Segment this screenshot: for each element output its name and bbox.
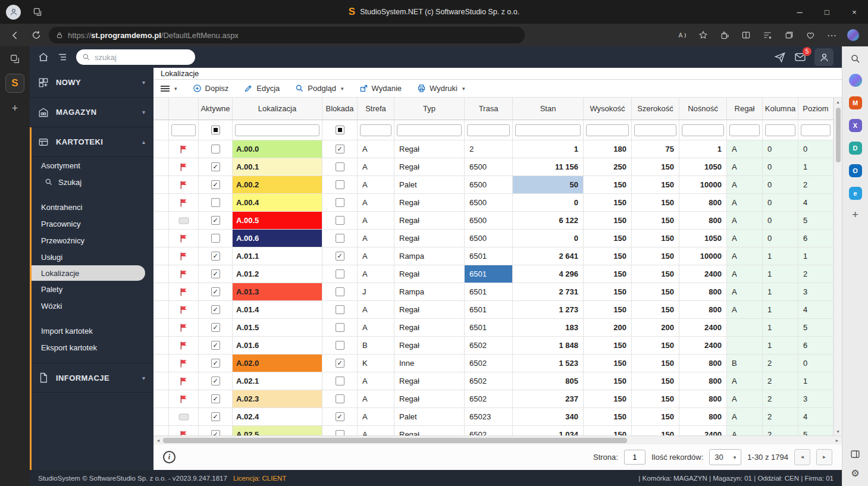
aktywne-checkbox[interactable]: ✓: [211, 287, 220, 296]
cell-regal[interactable]: A: [727, 212, 763, 230]
cell-regal[interactable]: A: [727, 283, 763, 301]
cell-lokalizacja[interactable]: A.02.1: [233, 372, 322, 390]
sidebar-item-przewoznicy[interactable]: Przewoźnicy: [32, 232, 153, 249]
cell-typ[interactable]: Regał: [394, 337, 465, 355]
filter-input-flag[interactable]: [171, 124, 196, 136]
cell-wysokosc[interactable]: 150: [584, 283, 632, 301]
cell-blokada[interactable]: [322, 283, 358, 301]
table-row[interactable]: ✓A.00.1ARegał650011 1562501501050A01: [153, 158, 833, 176]
column-header-flag[interactable]: [169, 98, 199, 120]
cell-typ[interactable]: Rampa: [394, 247, 465, 265]
flag-icon[interactable]: [179, 305, 188, 315]
blokada-checkbox[interactable]: [336, 323, 344, 332]
cell-kolumna[interactable]: 0: [763, 176, 798, 194]
active-tab-tile[interactable]: S: [5, 74, 24, 93]
cell-nosnosc[interactable]: 800: [679, 212, 727, 230]
cell-regal[interactable]: A: [727, 301, 763, 319]
add-app-icon[interactable]: +: [852, 209, 858, 220]
cell-typ[interactable]: Regał: [394, 319, 465, 337]
toolbar-button-edycja[interactable]: Edycja: [244, 84, 280, 93]
blokada-checkbox[interactable]: ✓: [336, 252, 344, 261]
cell-kolumna[interactable]: 0: [763, 194, 798, 212]
cell-aktywne[interactable]: ✓: [199, 301, 233, 319]
column-header-trasa[interactable]: Trasa: [465, 98, 513, 120]
cell-stan[interactable]: 11 156: [513, 158, 584, 176]
refresh-button[interactable]: [27, 26, 45, 44]
mail-icon[interactable]: 5: [794, 51, 806, 63]
flag-icon[interactable]: [179, 234, 188, 243]
cell-poziom[interactable]: 2: [798, 176, 833, 194]
settings-gear-icon[interactable]: ⚙: [851, 468, 859, 479]
cell-strefa[interactable]: A: [358, 230, 394, 247]
cell-aktywne[interactable]: ✓: [199, 426, 233, 435]
cell-aktywne[interactable]: ✓: [199, 212, 233, 230]
flag-icon[interactable]: [179, 162, 188, 172]
cell-typ[interactable]: Regał: [394, 194, 465, 212]
cell-aktywne[interactable]: [199, 194, 233, 212]
edge-app-icon[interactable]: e: [849, 187, 862, 200]
filter-input-wysokosc[interactable]: [586, 124, 629, 136]
cell-lokalizacja[interactable]: A.01.4: [233, 301, 322, 319]
cell-blokada[interactable]: ✓: [322, 140, 358, 158]
filter-input-kolumna[interactable]: [765, 124, 795, 136]
blokada-checkbox[interactable]: [336, 198, 344, 207]
cell-wysokosc[interactable]: 150: [584, 212, 632, 230]
cell-trasa[interactable]: 6501: [465, 319, 513, 337]
collections-icon[interactable]: [780, 26, 798, 44]
row-select-cell[interactable]: [153, 319, 169, 337]
m365-app-icon[interactable]: M: [849, 96, 862, 109]
aktywne-checkbox[interactable]: ✓: [211, 394, 220, 403]
aktywne-checkbox[interactable]: [211, 234, 220, 243]
cell-wysokosc[interactable]: 150: [584, 301, 632, 319]
maximize-button[interactable]: □: [813, 0, 841, 24]
row-flag-cell[interactable]: [169, 355, 199, 372]
cell-wysokosc[interactable]: 150: [584, 408, 632, 426]
workspaces-icon[interactable]: [33, 7, 42, 17]
browser-essentials-icon[interactable]: [801, 26, 819, 44]
cell-trasa[interactable]: 6501: [465, 301, 513, 319]
aktywne-checkbox[interactable]: ✓: [211, 359, 220, 368]
cell-trasa[interactable]: 65023: [465, 408, 513, 426]
cell-lokalizacja[interactable]: A.01.1: [233, 247, 322, 265]
browser-profile-avatar[interactable]: [6, 5, 21, 20]
app-search[interactable]: [76, 49, 195, 65]
blokada-checkbox[interactable]: ✓: [336, 412, 344, 421]
row-select-cell[interactable]: [153, 426, 169, 435]
cell-typ[interactable]: Regał: [394, 265, 465, 283]
cell-poziom[interactable]: 1: [798, 158, 833, 176]
favorite-star-icon[interactable]: [694, 26, 712, 44]
filter-input-trasa[interactable]: [467, 124, 510, 136]
send-icon[interactable]: [774, 51, 786, 63]
scroll-down-icon[interactable]: ▼: [836, 427, 840, 435]
cell-trasa[interactable]: 6500: [465, 212, 513, 230]
cell-szerokosc[interactable]: 150: [632, 337, 679, 355]
cell-blokada[interactable]: ✓: [322, 355, 358, 372]
cell-trasa[interactable]: 2: [465, 140, 513, 158]
read-aloud-icon[interactable]: A: [673, 26, 691, 44]
cell-blokada[interactable]: [322, 319, 358, 337]
minimize-button[interactable]: ─: [786, 0, 813, 24]
cell-regal[interactable]: A: [727, 176, 763, 194]
row-select-cell[interactable]: [153, 355, 169, 372]
row-flag-cell[interactable]: [169, 408, 199, 426]
cell-blokada[interactable]: [322, 426, 358, 435]
menu-toggle-icon[interactable]: [57, 52, 68, 62]
row-flag-cell[interactable]: [169, 319, 199, 337]
flag-disabled-icon[interactable]: [178, 217, 189, 224]
filter-checkbox-blokada[interactable]: [336, 126, 344, 134]
cell-nosnosc[interactable]: 2400: [679, 265, 727, 283]
cell-strefa[interactable]: A: [358, 158, 394, 176]
row-flag-cell[interactable]: [169, 283, 199, 301]
side-panel-icon[interactable]: [850, 449, 860, 459]
cell-poziom[interactable]: 6: [798, 337, 833, 355]
cell-lokalizacja[interactable]: A.00.0: [233, 140, 322, 158]
cell-regal[interactable]: A: [727, 140, 763, 158]
cell-poziom[interactable]: 3: [798, 390, 833, 408]
table-row[interactable]: A.00.0✓ARegał21180751A00: [153, 140, 833, 158]
aktywne-checkbox[interactable]: ✓: [211, 412, 220, 421]
cell-blokada[interactable]: ✓: [322, 247, 358, 265]
cell-aktywne[interactable]: [199, 230, 233, 247]
info-icon[interactable]: i: [163, 451, 176, 463]
cell-kolumna[interactable]: 1: [763, 247, 798, 265]
flag-icon[interactable]: [179, 287, 188, 297]
